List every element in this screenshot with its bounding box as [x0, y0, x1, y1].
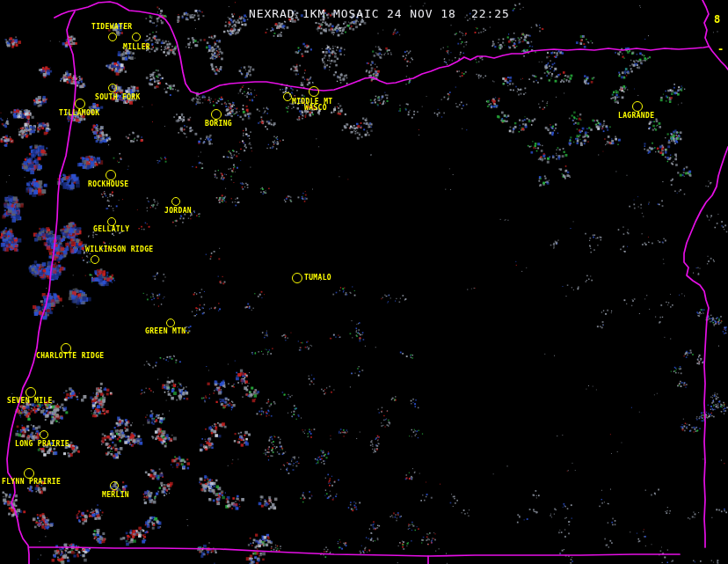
- site-marker[interactable]: [132, 33, 141, 41]
- site-label: TUMALO: [304, 275, 331, 282]
- mosaic-title: NEXRAD 1KM MOSAIC 24 NOV 18 22:25: [249, 7, 510, 20]
- site-marker[interactable]: [632, 101, 643, 112]
- site-label: JORDAN: [164, 208, 192, 216]
- nexrad-radar-display: TIDEWATERMILLERSOUTH FORKTILLAMOOKBORING…: [0, 0, 728, 564]
- site-label: LONG PRAIRIE: [15, 441, 69, 449]
- site-marker[interactable]: [106, 170, 116, 180]
- site-label: CHARLOTTE RIDGE: [36, 353, 105, 361]
- site-label: SEVEN MILE: [7, 398, 53, 406]
- site-label: BORING: [205, 121, 232, 128]
- site-marker[interactable]: [166, 319, 175, 327]
- site-label: ROCKHOUSE: [88, 181, 129, 189]
- site-marker[interactable]: [292, 273, 302, 283]
- clipped-label-glyph: 8: [714, 14, 720, 25]
- site-label: SOUTH FORK: [95, 94, 141, 102]
- site-marker[interactable]: [91, 255, 99, 264]
- site-marker[interactable]: [171, 197, 180, 206]
- site-marker[interactable]: [309, 86, 319, 97]
- site-label: GREEN MTN.: [145, 328, 191, 336]
- site-marker[interactable]: [211, 109, 222, 120]
- site-marker[interactable]: [108, 33, 117, 41]
- site-label: LAGRANDE: [618, 113, 654, 121]
- site-marker[interactable]: [40, 430, 48, 439]
- site-label: MILLER: [123, 44, 150, 52]
- site-label: TILLAMOOK: [59, 110, 100, 118]
- site-marker[interactable]: [108, 84, 117, 92]
- clipped-label-glyph: -: [717, 44, 724, 55]
- site-label: MERLIN: [102, 492, 129, 500]
- site-marker[interactable]: [283, 92, 292, 101]
- site-label: TIDEWATER: [91, 24, 133, 32]
- site-label: WILKINSON RIDGE: [85, 246, 154, 254]
- site-label: FLYNN PRAIRIE: [2, 479, 61, 487]
- site-label: WASCO: [304, 105, 327, 113]
- site-marker[interactable]: [110, 481, 119, 490]
- site-marker[interactable]: [75, 99, 85, 109]
- site-label: GELLATLY: [93, 226, 129, 234]
